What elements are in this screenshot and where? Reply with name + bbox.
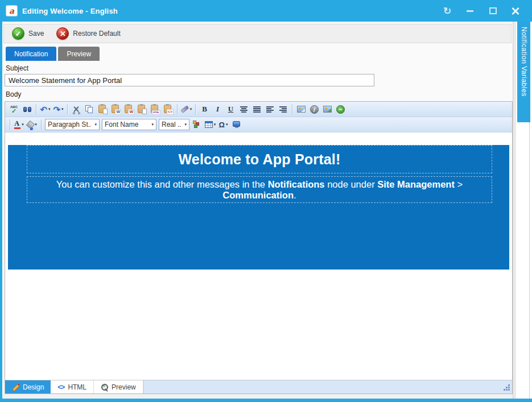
pencil-icon (12, 383, 19, 391)
minimize-button[interactable] (463, 4, 477, 18)
italic-icon[interactable]: I (212, 103, 224, 115)
font-size-select[interactable]: Real ...▾ (159, 119, 189, 130)
toolbar-separator (41, 119, 42, 130)
command-toolbar: ✓ Save ✕ Restore Default (3, 24, 512, 43)
tab-preview[interactable]: Preview (58, 47, 100, 61)
preview-media-icon[interactable] (230, 119, 242, 131)
tab-design-label: Design (23, 383, 44, 391)
tab-editor-preview[interactable]: + Preview (94, 380, 143, 393)
paste-from-word-strip-font-icon[interactable]: W (123, 103, 135, 115)
insert-snippet-icon[interactable] (191, 119, 203, 131)
underline-icon[interactable]: U (225, 103, 237, 115)
cut-icon[interactable] (71, 103, 83, 115)
paragraph-style-select[interactable]: Paragraph St...▾ (45, 119, 100, 130)
email-body-block[interactable]: Welcome to App Portal! You can customize… (8, 145, 509, 270)
subject-label: Subject (6, 64, 513, 72)
close-button[interactable] (508, 4, 523, 18)
toolbar-separator (177, 104, 178, 114)
notification-variables-label: Notification Variables (520, 22, 528, 122)
email-paragraph-region[interactable]: You can customize this and other message… (27, 176, 492, 203)
status-strip (2, 394, 513, 399)
code-icon: <> (57, 383, 64, 391)
justify-icon[interactable] (251, 103, 263, 115)
paste-plain-text-icon[interactable] (136, 103, 148, 115)
restore-default-button[interactable]: ✕ Restore Default (56, 27, 120, 40)
align-center-icon[interactable] (238, 103, 250, 115)
window-title: Editing Welcome - English (22, 7, 118, 15)
foreground-color-icon[interactable]: A▾ (13, 119, 25, 131)
hyperlink-manager-icon[interactable]: ∞ (335, 103, 347, 115)
email-paragraph-text: You can customize this and other message… (27, 179, 492, 201)
align-left-icon[interactable] (264, 103, 276, 115)
subject-input[interactable] (5, 74, 374, 86)
refresh-button[interactable]: ↻ (440, 4, 455, 18)
paste-as-html-icon[interactable]: HTML (149, 103, 161, 115)
email-heading-text: Welcome to App Portal! (179, 151, 341, 168)
editor-tab-filler (143, 380, 512, 393)
editor-toolbar-row2: A▾▾Paragraph St...▾Font Name▾Real ...▾▾Ω… (5, 117, 512, 132)
toolbar-separator (195, 104, 196, 114)
redo-icon[interactable]: ↷▾ (52, 103, 64, 115)
paste-html-icon[interactable]: <> (162, 103, 174, 115)
close-icon (512, 7, 519, 15)
dialog-window: a Editing Welcome - English ↻ ✓ Save ✕ R… (0, 0, 532, 402)
rich-text-editor: ABC✓↶▾↷▾WWHTML<>▾BIUf∞ A▾▾Paragraph St..… (5, 101, 513, 394)
notification-variables-tab[interactable]: Notification Variables (517, 22, 530, 122)
magnifier-icon: + (101, 383, 108, 391)
format-stripper-icon[interactable]: ▾ (180, 103, 192, 115)
image-manager-icon[interactable] (295, 103, 307, 115)
editor-design-surface[interactable]: Welcome to App Portal! You can customize… (5, 132, 512, 380)
title-bar: a Editing Welcome - English ↻ (0, 0, 532, 22)
insert-symbol-icon[interactable]: Ω▾ (217, 119, 229, 131)
toolbar-separator (292, 104, 292, 114)
body-label: Body (6, 90, 513, 98)
editor-mode-tab-strip: Design <> HTML + Preview (5, 380, 512, 393)
tab-html[interactable]: <> HTML (51, 380, 94, 393)
tab-editor-preview-label: Preview (112, 383, 136, 391)
flash-manager-icon[interactable]: f (308, 103, 320, 115)
editor-toolbar-row1: ABC✓↶▾↷▾WWHTML<>▾BIUf∞ (5, 102, 512, 117)
minimize-icon (467, 10, 473, 12)
background-color-icon[interactable]: ▾ (26, 119, 38, 131)
maximize-icon (489, 7, 497, 14)
find-and-replace-icon[interactable] (21, 103, 33, 115)
toolbar-separator (36, 104, 36, 114)
image-map-editor-icon[interactable] (321, 103, 333, 115)
bold-icon[interactable]: B (199, 103, 211, 115)
spellcheck-icon[interactable]: ABC✓ (8, 103, 20, 115)
email-heading-region[interactable]: Welcome to App Portal! (27, 145, 492, 173)
tab-notification[interactable]: Notification (6, 47, 56, 61)
save-button[interactable]: ✓ Save (12, 27, 44, 40)
save-label: Save (28, 30, 44, 38)
app-logo-icon: a (6, 5, 18, 16)
resize-grip[interactable] (508, 389, 510, 391)
top-tab-strip: Notification Preview (6, 47, 513, 61)
copy-icon[interactable] (84, 103, 96, 115)
insert-table-icon[interactable]: ▾ (204, 119, 216, 131)
restore-x-icon: ✕ (56, 27, 69, 40)
right-panel: Notification Variables (513, 22, 532, 399)
save-check-icon: ✓ (12, 27, 24, 40)
toolbar-separator (10, 119, 10, 130)
paste-from-word-icon[interactable]: W (110, 103, 122, 115)
undo-icon[interactable]: ↶▾ (39, 103, 51, 115)
refresh-icon: ↻ (443, 5, 451, 17)
tab-design[interactable]: Design (5, 380, 51, 393)
align-right-icon[interactable] (277, 103, 289, 115)
restore-default-label: Restore Default (73, 30, 120, 38)
paste-icon[interactable] (97, 103, 109, 115)
maximize-button[interactable] (485, 4, 500, 18)
toolbar-separator (67, 104, 68, 114)
tab-html-label: HTML (68, 383, 86, 391)
font-name-select[interactable]: Font Name▾ (102, 119, 156, 130)
